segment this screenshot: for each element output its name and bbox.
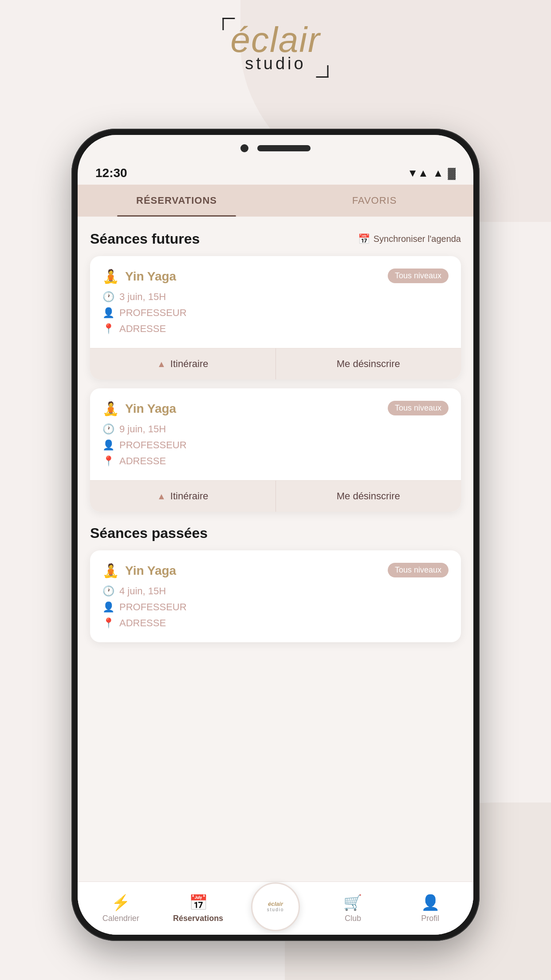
calendar-icon: 📅 (358, 233, 370, 245)
card-2-title-row: 🧘 Yin Yaga (102, 401, 176, 416)
nav-calendrier[interactable]: ⚡ Calendrier (82, 893, 159, 923)
card-3-title: Yin Yaga (125, 564, 176, 578)
profil-icon: 👤 (421, 893, 440, 911)
logo-area: éclair studio (222, 18, 328, 78)
card-1-header-row: 🧘 Yin Yaga Tous niveaux (102, 269, 449, 284)
card-1-title-row: 🧘 Yin Yaga (102, 269, 176, 284)
clock-icon-2: 🕐 (102, 423, 114, 435)
itineraire-btn-2[interactable]: ▲ Itinéraire (90, 481, 276, 512)
sync-button[interactable]: 📅 Synchroniser l'agenda (358, 233, 461, 245)
wifi-icon: ▼▲ (407, 167, 429, 179)
card-2-time: 9 juin, 15H (119, 423, 166, 435)
nav-club[interactable]: 🛒 Club (314, 893, 391, 923)
teacher-icon-2: 👤 (102, 439, 114, 451)
header-tabs: RÉSERVATIONS FAVORIS (78, 185, 473, 217)
location-icon-2: 📍 (102, 455, 114, 467)
card-1-time: 3 juin, 15H (119, 291, 166, 303)
location-icon-3: 📍 (102, 617, 114, 629)
card-1-level: Tous niveaux (388, 269, 449, 283)
logo-bracket: éclair studio (222, 18, 328, 78)
card-1-title: Yin Yaga (125, 269, 176, 284)
card-2-header-row: 🧘 Yin Yaga Tous niveaux (102, 401, 449, 416)
scroll-area[interactable]: Séances futures 📅 Synchroniser l'agenda … (78, 217, 473, 881)
nav-profil[interactable]: 👤 Profil (392, 893, 469, 923)
card-1-time-row: 🕐 3 juin, 15H (102, 291, 449, 303)
reservations-nav-label: Réservations (173, 914, 223, 923)
signal-icon: ▲ (433, 167, 444, 179)
bracket-top-left (222, 18, 235, 30)
calendrier-label: Calendrier (102, 914, 139, 923)
phone-frame: 12:30 ▼▲ ▲ ▓ RÉSERVATIONS FAVORIS (71, 129, 480, 941)
clock-icon-3: 🕐 (102, 585, 114, 597)
card-3-level: Tous niveaux (388, 563, 449, 577)
card-2-actions: ▲ Itinéraire Me désinscrire (90, 480, 461, 512)
yoga-icon-1: 🧘 (102, 269, 119, 284)
profil-label: Profil (421, 914, 439, 923)
card-1-address-row: 📍 ADRESSE (102, 323, 449, 335)
card-1-actions: ▲ Itinéraire Me désinscrire (90, 348, 461, 379)
desinscrire-btn-2[interactable]: Me désinscrire (276, 481, 461, 512)
card-1-teacher: PROFESSEUR (119, 307, 187, 319)
logo-eclair-text: éclair (230, 22, 320, 58)
card-2-body: 🧘 Yin Yaga Tous niveaux 🕐 9 juin, 15H 👤 … (90, 388, 461, 480)
location-icon-1: 📍 (102, 323, 114, 335)
club-label: Club (345, 914, 361, 923)
navigate-icon-1: ▲ (157, 359, 166, 369)
passees-title: Séances passées (90, 525, 208, 541)
section-gap-1 (90, 512, 461, 525)
desinscrire-btn-1[interactable]: Me désinscrire (276, 348, 461, 379)
card-3-address: ADRESSE (119, 617, 166, 629)
phone-notch (78, 135, 473, 162)
passees-section-header: Séances passées (90, 525, 461, 541)
futures-title: Séances futures (90, 231, 200, 247)
card-1-address: ADRESSE (119, 323, 166, 335)
bottom-nav: ⚡ Calendrier 📅 Réservations éclairstudio (78, 881, 473, 935)
card-2-level: Tous niveaux (388, 401, 449, 415)
club-icon: 🛒 (343, 893, 362, 911)
card-2-address: ADRESSE (119, 455, 166, 467)
status-bar: 12:30 ▼▲ ▲ ▓ (78, 162, 473, 185)
navigate-icon-2: ▲ (157, 491, 166, 502)
card-3-body: 🧘 Yin Yaga Tous niveaux 🕐 4 juin, 15H 👤 … (90, 550, 461, 642)
card-2-time-row: 🕐 9 juin, 15H (102, 423, 449, 435)
app-content: RÉSERVATIONS FAVORIS Séances futures 📅 S… (78, 185, 473, 935)
clock-icon-1: 🕐 (102, 291, 114, 303)
yoga-icon-2: 🧘 (102, 401, 119, 416)
card-gap-1 (90, 379, 461, 388)
card-3-teacher: PROFESSEUR (119, 601, 187, 613)
calendrier-icon: ⚡ (111, 893, 130, 911)
itineraire-btn-1[interactable]: ▲ Itinéraire (90, 348, 276, 379)
tab-favoris[interactable]: FAVORIS (276, 185, 473, 217)
reservations-nav-icon: 📅 (189, 893, 208, 911)
card-2-address-row: 📍 ADRESSE (102, 455, 449, 467)
tab-reservations[interactable]: RÉSERVATIONS (78, 185, 276, 217)
futures-section-header: Séances futures 📅 Synchroniser l'agenda (90, 231, 461, 247)
card-3-teacher-row: 👤 PROFESSEUR (102, 601, 449, 613)
nav-logo-center[interactable]: éclairstudio (237, 882, 314, 935)
bracket-bottom-right (316, 65, 329, 78)
battery-icon: ▓ (448, 167, 456, 179)
session-card-3: 🧘 Yin Yaga Tous niveaux 🕐 4 juin, 15H 👤 … (90, 550, 461, 642)
status-time: 12:30 (95, 166, 127, 180)
speaker (257, 145, 311, 151)
card-2-teacher: PROFESSEUR (119, 439, 187, 451)
card-2-teacher-row: 👤 PROFESSEUR (102, 439, 449, 451)
nav-reservations[interactable]: 📅 Réservations (159, 893, 236, 923)
card-3-title-row: 🧘 Yin Yaga (102, 563, 176, 578)
camera (240, 144, 248, 152)
card-3-header-row: 🧘 Yin Yaga Tous niveaux (102, 563, 449, 578)
card-3-time: 4 juin, 15H (119, 585, 166, 597)
logo-nav-inner: éclairstudio (267, 901, 284, 913)
card-2-title: Yin Yaga (125, 402, 176, 416)
session-card-1: 🧘 Yin Yaga Tous niveaux 🕐 3 juin, 15H 👤 … (90, 256, 461, 379)
logo-nav-button[interactable]: éclairstudio (251, 882, 300, 931)
card-3-address-row: 📍 ADRESSE (102, 617, 449, 629)
card-1-teacher-row: 👤 PROFESSEUR (102, 307, 449, 319)
teacher-icon-3: 👤 (102, 601, 114, 613)
phone-inner: 12:30 ▼▲ ▲ ▓ RÉSERVATIONS FAVORIS (78, 135, 473, 935)
teacher-icon-1: 👤 (102, 307, 114, 319)
card-3-time-row: 🕐 4 juin, 15H (102, 585, 449, 597)
status-icons: ▼▲ ▲ ▓ (407, 167, 456, 179)
session-card-2: 🧘 Yin Yaga Tous niveaux 🕐 9 juin, 15H 👤 … (90, 388, 461, 512)
card-1-body: 🧘 Yin Yaga Tous niveaux 🕐 3 juin, 15H 👤 … (90, 256, 461, 348)
